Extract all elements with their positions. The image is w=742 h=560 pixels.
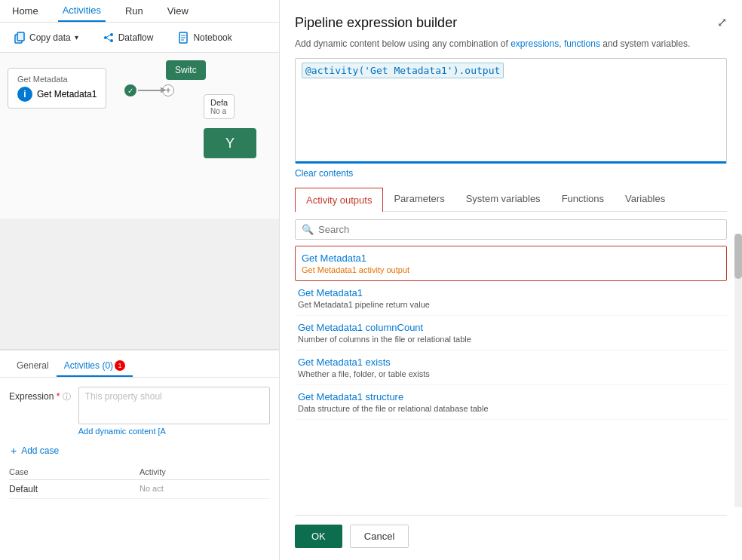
activity-subtitle-1: Get Metadata1 pipeline return value bbox=[298, 300, 724, 309]
svg-line-5 bbox=[107, 35, 110, 37]
peb-panel: Pipeline expression builder ⤢ Add dynami… bbox=[279, 0, 742, 560]
tab-activities[interactable]: Activities (0)1 bbox=[57, 356, 133, 377]
activity-title-0: Get Metadata1 bbox=[302, 252, 720, 264]
copy-data-icon bbox=[14, 32, 26, 44]
table-row: Default No act bbox=[9, 480, 270, 499]
peb-footer: OK Cancel bbox=[295, 515, 727, 560]
pipeline-canvas-area: Get Metadata i Get Metadata1 ✓ + Switc D… bbox=[0, 53, 279, 560]
nav-home[interactable]: Home bbox=[8, 0, 43, 22]
expr-link[interactable]: expressions bbox=[511, 38, 559, 49]
check-badge: ✓ bbox=[124, 84, 136, 96]
expression-input[interactable]: This property shoul bbox=[78, 387, 270, 424]
nav-view[interactable]: View bbox=[163, 0, 193, 22]
svg-line-6 bbox=[107, 38, 110, 41]
tab-activity-outputs[interactable]: Activity outputs bbox=[295, 188, 383, 212]
activity-title-4: Get Metadata1 structure bbox=[298, 391, 724, 402]
tab-variables[interactable]: Variables bbox=[615, 188, 676, 211]
activity-title-1: Get Metadata1 bbox=[298, 287, 724, 298]
expression-value: @activity('Get Metadata1').output bbox=[302, 63, 504, 78]
svg-point-3 bbox=[110, 33, 113, 36]
expression-row: Expression * ⓘ This property shoul Add d… bbox=[9, 387, 270, 436]
connector: ✓ + bbox=[124, 84, 174, 96]
expression-editor[interactable]: @activity('Get Metadata1').output bbox=[295, 58, 727, 164]
activity-item-4[interactable]: Get Metadata1 structure Data structure o… bbox=[295, 385, 727, 420]
activities-badge: 1 bbox=[115, 360, 125, 371]
peb-subtitle: Add dynamic content below using any comb… bbox=[295, 37, 727, 50]
search-icon: 🔍 bbox=[302, 224, 314, 235]
notebook-icon bbox=[177, 32, 189, 44]
node-name: Get Metadata1 bbox=[37, 89, 97, 99]
col-activity: Activity bbox=[140, 467, 270, 476]
expand-icon[interactable]: ⤢ bbox=[717, 15, 727, 29]
add-icon: + bbox=[11, 445, 17, 457]
nav-activities[interactable]: Activities bbox=[58, 0, 106, 22]
switch-node[interactable]: Switc bbox=[166, 60, 206, 80]
default-label: Defa bbox=[210, 98, 228, 107]
ok-button[interactable]: OK bbox=[295, 525, 342, 548]
svg-rect-1 bbox=[17, 32, 24, 41]
svg-point-2 bbox=[104, 36, 107, 39]
activity-title-2: Get Metadata1 columnCount bbox=[298, 322, 724, 333]
search-box: 🔍 bbox=[295, 219, 727, 240]
search-input[interactable] bbox=[318, 224, 720, 235]
tab-general[interactable]: General bbox=[9, 356, 57, 377]
node-category: Get Metadata bbox=[17, 75, 97, 84]
activity-title-3: Get Metadata1 exists bbox=[298, 357, 724, 368]
teal-box[interactable]: Y bbox=[204, 128, 256, 158]
activity-item-1[interactable]: Get Metadata1 Get Metadata1 pipeline ret… bbox=[295, 281, 727, 316]
peb-tabs: Activity outputs Parameters System varia… bbox=[295, 188, 727, 212]
dataflow-button[interactable]: Dataflow bbox=[97, 29, 160, 47]
teal-label: Y bbox=[225, 136, 235, 151]
bottom-tabs: General Activities (0)1 bbox=[0, 350, 279, 378]
tab-parameters[interactable]: Parameters bbox=[383, 188, 455, 211]
pipeline-canvas[interactable]: Get Metadata i Get Metadata1 ✓ + Switc D… bbox=[0, 53, 279, 219]
peb-scrollbar[interactable] bbox=[734, 234, 742, 507]
peb-title: Pipeline expression builder bbox=[295, 15, 457, 31]
activity-item-3[interactable]: Get Metadata1 exists Whether a file, fol… bbox=[295, 350, 727, 385]
get-metadata-node[interactable]: Get Metadata i Get Metadata1 bbox=[8, 68, 106, 109]
peb-scroll-thumb[interactable] bbox=[734, 234, 742, 279]
peb-header: Pipeline expression builder ⤢ bbox=[295, 15, 727, 31]
tab-functions[interactable]: Functions bbox=[551, 188, 615, 211]
activity-list: Get Metadata1 Get Metadata1 activity out… bbox=[295, 246, 727, 510]
add-case-button[interactable]: Add case bbox=[21, 445, 59, 456]
activity-subtitle-0: Get Metadata1 activity output bbox=[302, 265, 720, 274]
svg-point-4 bbox=[110, 39, 113, 42]
notebook-button[interactable]: Notebook bbox=[171, 29, 238, 47]
clear-contents-link[interactable]: Clear contents bbox=[295, 168, 727, 179]
add-case-row: + Add case bbox=[9, 445, 270, 457]
dataflow-icon bbox=[103, 32, 115, 44]
fn-link[interactable]: functions bbox=[564, 38, 600, 49]
table-header: Case Activity bbox=[9, 464, 270, 480]
bottom-panel: General Activities (0)1 Expression * ⓘ T… bbox=[0, 349, 279, 560]
default-box[interactable]: Defa No a bbox=[204, 94, 235, 119]
activity-item-2[interactable]: Get Metadata1 columnCount Number of colu… bbox=[295, 316, 727, 350]
info-icon: ⓘ bbox=[63, 392, 71, 401]
bottom-content: Expression * ⓘ This property shoul Add d… bbox=[0, 378, 279, 508]
activity-subtitle-3: Whether a file, folder, or table exists bbox=[298, 369, 724, 378]
copy-data-button[interactable]: Copy data ▾ bbox=[8, 29, 84, 47]
col-case: Case bbox=[9, 467, 140, 476]
activity-cell: No act bbox=[140, 484, 270, 494]
tab-system-variables[interactable]: System variables bbox=[455, 188, 551, 211]
required-marker: * bbox=[57, 391, 60, 402]
nav-run[interactable]: Run bbox=[121, 0, 148, 22]
activity-item-0[interactable]: Get Metadata1 Get Metadata1 activity out… bbox=[295, 246, 727, 281]
node-icon: i bbox=[17, 87, 32, 102]
copy-data-chevron: ▾ bbox=[75, 33, 78, 41]
activity-subtitle-2: Number of columns in the file or relatio… bbox=[298, 335, 724, 344]
default-sub: No a bbox=[210, 107, 228, 115]
activity-subtitle-4: Data structure of the file or relational… bbox=[298, 404, 724, 413]
add-dynamic-link[interactable]: Add dynamic content [A bbox=[78, 427, 270, 436]
switch-label: Switc bbox=[175, 65, 197, 75]
expression-label: Expression * ⓘ bbox=[9, 387, 71, 402]
cancel-button[interactable]: Cancel bbox=[350, 525, 409, 548]
case-cell: Default bbox=[9, 484, 140, 494]
arrow-line bbox=[138, 90, 161, 91]
